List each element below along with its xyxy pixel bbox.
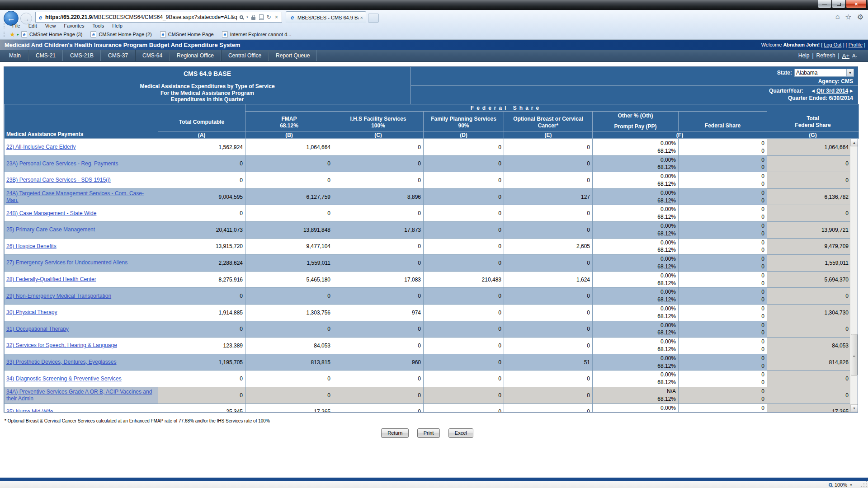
favorite-item[interactable]: eInternet Explorer cannot d... xyxy=(222,31,292,38)
cell-f-fs: 00 xyxy=(679,139,767,156)
url-path: /MBESCBES/CMS64/CMS64_9Base.aspx?stateco… xyxy=(92,14,237,20)
row-label-cell: 32) Services for Speech, Hearing & Langu… xyxy=(5,338,158,354)
cell-f-pct-line: 0.00% xyxy=(595,189,676,197)
return-button[interactable]: Return xyxy=(381,428,409,438)
menu-tools[interactable]: Tools xyxy=(90,23,107,29)
row-link[interactable]: 22) All-Inclusive Care Elderly xyxy=(6,144,75,150)
row-link[interactable]: 35) Nurse Mid-Wife xyxy=(6,408,53,412)
menu-favorites[interactable]: Favorites xyxy=(61,23,87,29)
cell-e: 0 xyxy=(504,338,593,354)
cell-f-pct-line: 0.00% xyxy=(595,255,676,263)
nav-tab-regional-office[interactable]: Regional Office xyxy=(170,50,221,61)
row-link[interactable]: 26) Hospice Benefits xyxy=(6,243,57,249)
cell-a: 1,562,924 xyxy=(158,139,245,156)
scrollbar-thumb[interactable] xyxy=(851,334,858,375)
menu-help[interactable]: Help xyxy=(109,23,125,29)
row-link[interactable]: 24B) Case Management - State Wide xyxy=(6,210,96,216)
quarter-prev-icon[interactable]: ◀ xyxy=(811,89,815,93)
font-larger-link[interactable]: A+ xyxy=(842,52,849,59)
scroll-down-icon[interactable]: ▼ xyxy=(850,404,858,412)
column-letter-d: (D) xyxy=(424,131,504,139)
nav-tab-cms21[interactable]: CMS-21 xyxy=(28,50,63,61)
menu-view[interactable]: View xyxy=(42,23,59,29)
cell-f-pct: 0.00%68.12% xyxy=(593,371,679,387)
quarter-link[interactable]: Qtr 3rd 2014 xyxy=(816,88,848,94)
stop-icon[interactable]: × xyxy=(273,13,280,22)
refresh-icon[interactable]: ↻ xyxy=(265,13,273,22)
nav-separator: | xyxy=(838,52,840,59)
column-letter-b: (B) xyxy=(245,131,333,139)
tools-gear-icon[interactable]: ⚙ xyxy=(857,13,863,21)
new-tab-button[interactable] xyxy=(368,14,379,23)
cell-g: 6,136,782 xyxy=(767,188,851,205)
logout-link[interactable]: Log Out xyxy=(824,42,841,47)
view-favorites-icon[interactable]: ★▸ xyxy=(9,31,18,38)
cell-a: 8,275,916 xyxy=(158,271,245,288)
maximize-button[interactable] xyxy=(832,0,845,9)
compatibility-view-icon[interactable] xyxy=(257,13,265,22)
browser-tab[interactable]: e MBES/CBES - CMS 64.9 Base × xyxy=(286,11,366,23)
select-arrow-icon[interactable]: ▼ xyxy=(846,69,854,76)
column-letter-e: (E) xyxy=(504,131,593,139)
row-link[interactable]: 23B) Personal Care Services - SDS 1915(j… xyxy=(6,177,111,183)
search-dropdown-icon[interactable]: ▾ xyxy=(245,13,250,22)
cell-f-fs-line: 0 xyxy=(681,140,764,147)
menu-edit[interactable]: Edit xyxy=(26,23,40,29)
nav-tab-report-queue[interactable]: Report Queue xyxy=(269,50,317,61)
cell-f-pct-line: 68.12% xyxy=(595,329,676,337)
font-smaller-link[interactable]: A- xyxy=(852,53,857,58)
row-link[interactable]: 34) Diagnostic Screening & Preventive Se… xyxy=(6,375,122,382)
cell-a: 123,389 xyxy=(158,338,245,354)
cell-c: 17,873 xyxy=(333,221,424,238)
row-link[interactable]: 30) Physical Therapy xyxy=(6,309,57,315)
cell-f-fs-line: 0 xyxy=(681,288,764,296)
forward-icon: → xyxy=(23,15,30,23)
resize-grip[interactable] xyxy=(866,486,867,487)
cell-f-pct-line: 0.00% xyxy=(595,239,676,247)
cell-e: 0 xyxy=(504,205,593,222)
cell-f-pct: 0.00%68.12% xyxy=(593,304,679,321)
excel-button[interactable]: Excel xyxy=(448,428,473,438)
row-link[interactable]: 24A) Targeted Case Management Services -… xyxy=(6,190,144,203)
zoom-control[interactable]: 100% ▼ xyxy=(829,481,853,488)
table-scrollbar[interactable]: ▲ ▼ xyxy=(850,139,858,412)
table-row: 23A) Personal Care Services - Reg. Payme… xyxy=(5,155,851,172)
refresh-link[interactable]: Refresh xyxy=(816,52,835,59)
cell-f-pct-line: 68.12% xyxy=(595,362,676,370)
row-link[interactable]: 27) Emergency Services for Undocumented … xyxy=(6,259,127,266)
cell-d: 0 xyxy=(424,338,504,354)
print-button[interactable]: Print xyxy=(417,428,440,438)
address-bar[interactable]: e https://65.220.21.9/MBESCBES/CMS64/CMS… xyxy=(35,12,282,23)
row-link[interactable]: 32) Services for Speech, Hearing & Langu… xyxy=(6,342,117,348)
nav-tab-cms64[interactable]: CMS-64 xyxy=(135,50,170,61)
nav-tab-main[interactable]: Main xyxy=(0,50,28,61)
cell-f-pct: 0.00%68.12% xyxy=(593,271,679,288)
row-link[interactable]: 29) Non-Emergency Medical Transportation xyxy=(6,293,111,299)
favorite-item[interactable]: eCMSnet Home Page xyxy=(160,31,214,38)
nav-tab-cms21b[interactable]: CMS-21B xyxy=(63,50,101,61)
cell-f-pct: 0.00%68.12% xyxy=(593,188,679,205)
minimize-button[interactable]: — xyxy=(818,0,831,9)
nav-tab-cms37[interactable]: CMS-37 xyxy=(101,50,135,61)
nav-tab-central-office[interactable]: Central Office xyxy=(221,50,269,61)
help-link[interactable]: Help xyxy=(798,52,810,59)
row-link[interactable]: 34A) Preventive Services Grade A OR B, A… xyxy=(6,389,152,402)
close-button[interactable]: × xyxy=(846,0,867,9)
search-icon[interactable] xyxy=(237,13,245,22)
quarter-next-icon[interactable]: ▶ xyxy=(850,89,853,93)
state-select[interactable]: Alabama ▼ xyxy=(794,69,854,77)
menu-file[interactable]: File xyxy=(9,23,23,29)
row-link[interactable]: 23A) Personal Care Services - Reg. Payme… xyxy=(6,160,118,167)
row-link[interactable]: 28) Federally-Qualified Health Center xyxy=(6,276,96,282)
home-icon[interactable]: ⌂ xyxy=(835,13,840,21)
zoom-caret-icon[interactable]: ▼ xyxy=(849,483,853,487)
profile-link[interactable]: Profile xyxy=(849,42,863,47)
favorite-item[interactable]: eCMSnet Home Page (2) xyxy=(90,31,151,38)
favorites-star-icon[interactable]: ☆ xyxy=(845,13,851,21)
row-link[interactable]: 33) Prosthetic Devices, Dentures, Eyegla… xyxy=(6,359,116,365)
favorite-item[interactable]: eCMSnet Home Page (3) xyxy=(21,31,82,38)
row-link[interactable]: 25) Primary Care Case Management xyxy=(6,226,95,233)
row-link[interactable]: 31) Occupational Therapy xyxy=(6,326,69,332)
scroll-up-icon[interactable]: ▲ xyxy=(850,139,858,146)
tab-close-icon[interactable]: × xyxy=(360,15,363,20)
